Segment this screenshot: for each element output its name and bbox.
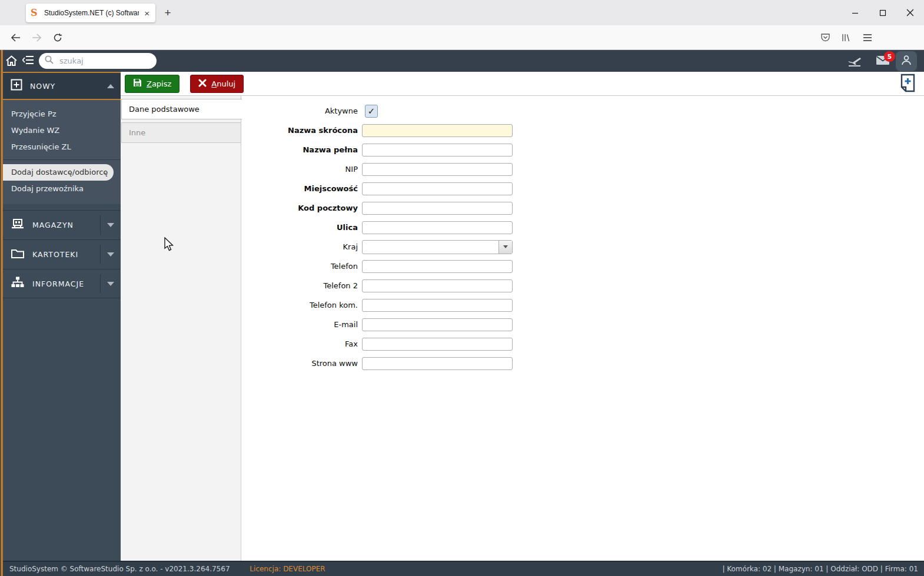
save-button[interactable]: Zapisz <box>125 75 180 93</box>
back-button[interactable] <box>7 29 24 46</box>
field-label-telefon-kom: Telefon kom. <box>241 301 362 309</box>
input-telefon[interactable] <box>362 260 513 273</box>
form-row-kraj: Kraj <box>241 237 924 257</box>
dropdown-arrow-icon[interactable] <box>498 241 512 254</box>
checkmark-icon: ✓ <box>368 106 375 116</box>
mail-badge: 5 <box>884 51 895 62</box>
accent-edge <box>0 50 3 576</box>
sidebar-item-przesunięcie-zl[interactable]: Przesunięcie ZL <box>3 139 121 155</box>
home-icon[interactable] <box>6 55 17 66</box>
input-nazwa-pełna[interactable] <box>362 144 513 157</box>
window-minimize-button[interactable] <box>841 0 869 25</box>
input-nip[interactable] <box>362 163 513 176</box>
browser-tab-strip: S StudioSystem.NET (c) SoftwareS × + <box>0 0 924 25</box>
form-row-fax: Fax <box>241 334 924 354</box>
sidebar-item-przyjęcie-pz[interactable]: Przyjęcie Pz <box>3 106 121 122</box>
global-search[interactable] <box>39 53 157 69</box>
field-label-nazwa-skrócona: Nazwa skrócona <box>241 126 362 135</box>
window-close-button[interactable] <box>896 0 924 25</box>
input-telefon-2[interactable] <box>362 279 513 292</box>
new-tab-button[interactable]: + <box>160 5 175 21</box>
sidebar-divider <box>3 159 121 160</box>
user-icon <box>900 54 912 68</box>
select-value <box>363 241 498 254</box>
cancel-button[interactable]: Anuluj <box>190 75 244 93</box>
form-row-nip: NIP <box>241 159 924 179</box>
select-kraj[interactable] <box>362 240 513 254</box>
reload-button[interactable] <box>49 29 66 46</box>
input-fax[interactable] <box>362 338 513 351</box>
user-menu-button[interactable] <box>896 51 917 71</box>
tab-dane-podstawowe[interactable]: Dane podstawowe <box>121 99 242 119</box>
form-row-nazwa-pełna: Nazwa pełna <box>241 140 924 159</box>
sidebar-section-nowy[interactable]: NOWY <box>3 72 121 100</box>
sidebar-section-magazyn[interactable]: MAGAZYN <box>3 210 121 239</box>
sidebar-item-wydanie-wz[interactable]: Wydanie WZ <box>3 122 121 139</box>
chevron-up-icon[interactable] <box>100 78 121 94</box>
browser-tab[interactable]: S StudioSystem.NET (c) SoftwareS × <box>26 4 155 22</box>
new-document-icon[interactable] <box>900 74 916 95</box>
content-body: Dane podstawowe Inne Aktywne✓Nazwa skróc… <box>121 95 924 561</box>
field-label-kod-pocztowy: Kod pocztowy <box>241 204 362 212</box>
form-row-kod-pocztowy: Kod pocztowy <box>241 198 924 218</box>
train-icon <box>11 218 25 233</box>
form-row-miejscowość: Miejscowość <box>241 179 924 198</box>
section-label: NOWY <box>30 82 55 91</box>
form-row-ulica: Ulica <box>241 218 924 237</box>
plane-icon[interactable] <box>847 55 862 67</box>
field-label-strona-www: Strona www <box>241 359 362 368</box>
sidebar-nowy-items: Przyjęcie PzWydanie WZPrzesunięcie ZLDod… <box>3 100 121 204</box>
input-kod-pocztowy[interactable] <box>362 202 513 215</box>
chevron-down-icon[interactable] <box>100 274 121 293</box>
chevron-down-icon[interactable] <box>100 245 121 264</box>
input-e-mail[interactable] <box>362 318 513 331</box>
folder-icon <box>11 248 25 261</box>
plus-square-icon <box>11 79 22 93</box>
field-label-aktywne: Aktywne <box>241 106 362 115</box>
search-input[interactable] <box>58 56 161 66</box>
section-label: INFORMACJE <box>32 279 84 288</box>
field-label-kraj: Kraj <box>241 242 362 251</box>
form-row-strona-www: Strona www <box>241 354 924 373</box>
field-label-fax: Fax <box>241 339 362 348</box>
tab-column: Dane podstawowe Inne <box>121 96 241 561</box>
checkbox-aktywne[interactable]: ✓ <box>365 105 378 118</box>
pocket-icon[interactable] <box>815 29 836 46</box>
studiosystem-favicon-icon: S <box>31 8 40 18</box>
status-bar: StudioSystem © SoftwareStudio Sp. z o.o.… <box>0 561 924 576</box>
chevron-down-icon[interactable] <box>100 215 121 235</box>
input-nazwa-skrócona[interactable] <box>362 124 513 137</box>
input-miejscowość[interactable] <box>362 182 513 195</box>
form-toolbar: Zapisz Anuluj <box>121 72 924 95</box>
sidebar-item-dodaj-dostawcę-odbiorcę[interactable]: Dodaj dostawcę/odbiorcę <box>3 164 114 181</box>
window-maximize-button[interactable] <box>869 0 896 25</box>
input-strona-www[interactable] <box>362 357 513 370</box>
sidebar-item-dodaj-przewoźnika[interactable]: Dodaj przewoźnika <box>3 181 121 197</box>
sidebar-toggle-icon[interactable] <box>22 55 34 65</box>
field-label-telefon: Telefon <box>241 262 362 271</box>
tab-inne[interactable]: Inne <box>121 122 241 143</box>
save-icon <box>133 78 142 89</box>
tab-close-icon[interactable]: × <box>143 8 151 18</box>
license-info: Licencja: DEVELOPER <box>250 565 325 573</box>
form-row-telefon-kom: Telefon kom. <box>241 295 924 315</box>
menu-icon[interactable] <box>857 29 878 46</box>
mail-icon[interactable]: 5 <box>876 55 890 65</box>
browser-nav-toolbar: https://studiosystemdemo.softwarestudio.… <box>0 25 924 50</box>
field-label-telefon-2: Telefon 2 <box>241 281 362 290</box>
input-ulica[interactable] <box>362 221 513 234</box>
form-row-e-mail: E-mail <box>241 315 924 334</box>
sidebar: NOWY Przyjęcie PzWydanie WZPrzesunięcie … <box>3 72 121 561</box>
form-row-telefon: Telefon <box>241 257 924 276</box>
library-icon[interactable] <box>836 29 857 46</box>
status-left: StudioSystem © SoftwareStudio Sp. z o.o.… <box>9 565 325 573</box>
app-header: 5 <box>0 50 924 72</box>
cancel-icon <box>198 79 207 89</box>
tab-title: StudioSystem.NET (c) SoftwareS <box>44 9 139 17</box>
input-telefon-kom[interactable] <box>362 299 513 312</box>
forward-button[interactable] <box>28 29 45 46</box>
sidebar-section-informacje[interactable]: INFORMACJE <box>3 269 121 298</box>
field-label-nazwa-pełna: Nazwa pełna <box>241 145 362 154</box>
sidebar-section-kartoteki[interactable]: KARTOTEKI <box>3 239 121 269</box>
form-panel: Aktywne✓Nazwa skróconaNazwa pełnaNIPMiej… <box>241 96 924 561</box>
